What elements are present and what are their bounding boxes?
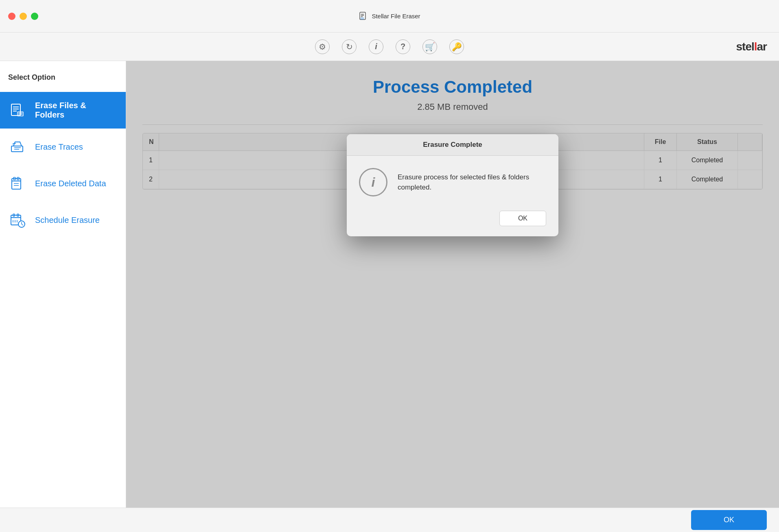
sidebar-item-schedule-label: Schedule Erasure [35, 216, 100, 225]
footer: OK [0, 508, 779, 532]
dialog-overlay: Erasure Complete i Erasure process for s… [126, 61, 779, 508]
app-icon [359, 11, 368, 21]
footer-ok-button[interactable]: OK [691, 510, 767, 530]
dialog-ok-button[interactable]: OK [499, 211, 546, 226]
title-bar-center: Stellar File Eraser [359, 11, 420, 21]
sidebar-item-erase-deleted[interactable]: Erase Deleted Data [0, 165, 126, 202]
minimize-button[interactable] [20, 13, 27, 20]
erase-deleted-icon [8, 174, 27, 193]
sidebar: Select Option Erase Files & Folders [0, 61, 126, 508]
close-button[interactable] [8, 13, 15, 20]
erase-traces-icon [8, 137, 27, 156]
dialog-title: Erasure Complete [347, 134, 558, 156]
sidebar-item-erase-traces[interactable]: Erase Traces [0, 129, 126, 165]
sidebar-item-erase-traces-label: Erase Traces [35, 142, 83, 152]
erase-files-icon [8, 101, 27, 120]
title-bar: Stellar File Eraser [0, 0, 779, 33]
svg-rect-5 [11, 104, 20, 116]
content-area: Process Completed 2.85 MB removed N Name… [126, 61, 779, 508]
svg-rect-12 [11, 146, 23, 152]
sidebar-label: Select Option [0, 73, 126, 92]
settings-icon[interactable]: ⚙ [315, 39, 330, 54]
logo-highlight: l [754, 40, 757, 53]
svg-rect-4 [361, 17, 364, 20]
stellar-logo: stellar [736, 40, 767, 53]
sidebar-item-erase-deleted-label: Erase Deleted Data [35, 179, 106, 188]
sidebar-item-schedule[interactable]: Schedule Erasure [0, 202, 126, 238]
maximize-button[interactable] [31, 13, 38, 20]
help-icon[interactable]: ? [396, 39, 410, 54]
toolbar: ⚙ ↻ i ? 🛒 🔑 stellar [0, 33, 779, 61]
cart-icon[interactable]: 🛒 [422, 39, 437, 54]
traffic-lights [8, 13, 38, 20]
sidebar-item-erase-files-label: Erase Files & Folders [35, 101, 118, 120]
sidebar-item-erase-files[interactable]: Erase Files & Folders [0, 92, 126, 129]
app-title: Stellar File Eraser [372, 13, 420, 20]
dialog: Erasure Complete i Erasure process for s… [347, 134, 558, 236]
schedule-icon [8, 211, 27, 229]
dialog-body: i Erasure process for selected files & f… [347, 156, 558, 207]
refresh-icon[interactable]: ↻ [342, 39, 357, 54]
svg-rect-15 [12, 179, 21, 189]
dialog-message: Erasure process for selected files & fol… [398, 172, 546, 193]
main-layout: Select Option Erase Files & Folders [0, 61, 779, 508]
key-icon[interactable]: 🔑 [449, 39, 464, 54]
dialog-info-icon: i [359, 168, 387, 196]
info-icon[interactable]: i [369, 39, 383, 54]
dialog-footer: OK [347, 207, 558, 236]
